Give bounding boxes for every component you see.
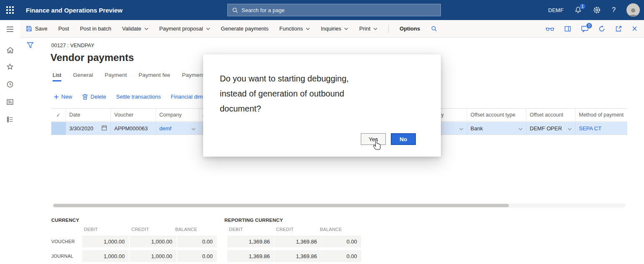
new-button[interactable]: New xyxy=(54,94,72,100)
notifications-button[interactable]: 1 xyxy=(574,6,582,14)
chevron-down-icon[interactable] xyxy=(518,125,523,132)
open-in-new-window-button[interactable] xyxy=(615,25,622,32)
refresh-button[interactable] xyxy=(599,25,605,32)
chevron-down-icon xyxy=(144,28,148,30)
select-all-header[interactable]: ✓ xyxy=(51,109,66,122)
voucher-row-label: VOUCHER xyxy=(51,236,75,247)
tab-payment[interactable]: Payment xyxy=(105,72,127,81)
page-search-input[interactable] xyxy=(242,7,436,13)
cell-date[interactable]: 3/30/2020 xyxy=(66,122,111,135)
app-launcher-button[interactable] xyxy=(0,0,20,20)
cell-company[interactable]: demf xyxy=(156,122,199,135)
tab-general[interactable]: General xyxy=(73,72,93,81)
journal-currency-balance: 0.00 xyxy=(177,250,217,262)
settle-transactions-button[interactable]: Settle transactions xyxy=(116,94,161,100)
col-header-offset-account[interactable]: Offset account xyxy=(526,109,576,122)
nav-menu-button[interactable] xyxy=(0,20,20,38)
cell-voucher[interactable]: APPM000063 xyxy=(111,122,156,135)
chevron-down-icon[interactable] xyxy=(568,125,572,132)
record-id: 00127 : VENDPAY xyxy=(51,43,94,48)
tab-strip: List General Payment Payment fee Payment xyxy=(53,72,204,81)
nav-favorites-button[interactable] xyxy=(0,58,20,75)
search-icon xyxy=(431,25,437,32)
totals-currency-title: CURRENCY xyxy=(51,218,79,223)
nav-home-button[interactable] xyxy=(0,42,20,58)
star-icon xyxy=(6,63,14,71)
close-icon xyxy=(632,26,637,31)
nav-workspaces-button[interactable] xyxy=(0,94,20,110)
close-button[interactable] xyxy=(632,26,637,31)
validate-menu[interactable]: Validate xyxy=(122,25,148,32)
side-panel-icon xyxy=(564,25,571,32)
app-title: Finance and Operations Preview xyxy=(26,7,123,14)
chevron-down-icon xyxy=(344,28,348,30)
generate-payments-button[interactable]: Generate payments xyxy=(221,25,269,32)
functions-menu[interactable]: Functions xyxy=(279,25,310,32)
left-nav-rail xyxy=(0,20,20,264)
yes-button[interactable]: Yes xyxy=(361,133,386,145)
voucher-currency-debit: 1,000.00 xyxy=(82,236,129,247)
action-pane-divider xyxy=(388,25,389,33)
cell-offset-account[interactable]: DEMF OPER xyxy=(526,122,576,135)
nav-recent-button[interactable] xyxy=(0,76,20,93)
cell-offset-account-type[interactable]: Bank xyxy=(467,122,526,135)
calendar-icon[interactable] xyxy=(101,125,107,132)
waffle-icon xyxy=(6,6,14,14)
hamburger-icon xyxy=(6,26,14,32)
message-badge: 0 xyxy=(586,23,592,29)
glasses-button[interactable] xyxy=(546,26,554,31)
company-picker[interactable]: DEMF xyxy=(548,7,564,13)
inquiries-menu[interactable]: Inquiries xyxy=(321,25,348,32)
debug-confirmation-dialog: Do you want to starting debugging, inste… xyxy=(203,54,441,157)
post-button[interactable]: Post xyxy=(58,25,69,32)
totals-reporting-title: REPORTING CURRENCY xyxy=(224,218,283,223)
action-search-button[interactable] xyxy=(431,25,437,32)
tab-payment-fee[interactable]: Payment fee xyxy=(138,72,170,81)
post-in-batch-button[interactable]: Post in batch xyxy=(80,25,111,32)
horizontal-scrollbar-track[interactable] xyxy=(52,203,626,208)
col-header-company[interactable]: Company xyxy=(156,109,199,122)
col-header-method-of-payment[interactable]: Method of payment xyxy=(576,109,627,122)
save-button[interactable]: Save xyxy=(26,25,48,32)
print-menu[interactable]: Print xyxy=(359,25,377,32)
horizontal-scrollbar-thumb[interactable] xyxy=(53,204,509,207)
side-panel-button[interactable] xyxy=(564,25,571,32)
reporting-balance-header: BALANCE xyxy=(320,227,342,232)
currency-debit-header: DEBIT xyxy=(84,227,98,232)
avatar[interactable] xyxy=(626,3,640,17)
options-button[interactable]: Options xyxy=(400,25,420,32)
cell-method-of-payment[interactable]: SEPA CT xyxy=(576,122,627,135)
tab-payment-2[interactable]: Payment xyxy=(182,72,204,81)
chevron-down-icon xyxy=(206,28,210,30)
journal-currency-debit: 1,000.00 xyxy=(82,250,129,262)
delete-button[interactable]: Delete xyxy=(82,94,106,100)
no-button[interactable]: No xyxy=(391,133,416,145)
col-header-voucher[interactable]: Voucher xyxy=(111,109,156,122)
row-select-cell[interactable] xyxy=(51,122,66,135)
help-button[interactable]: ? xyxy=(612,6,616,14)
nav-modules-button[interactable] xyxy=(0,111,20,128)
newspaper-icon xyxy=(6,98,14,106)
chevron-down-icon[interactable] xyxy=(191,125,196,132)
dialog-message: Do you want to starting debugging, inste… xyxy=(220,71,424,116)
col-header-offset-account-type[interactable]: Offset account type xyxy=(467,109,526,122)
page-search-box[interactable] xyxy=(227,4,441,16)
journal-currency-credit: 1,000.00 xyxy=(130,250,176,262)
reporting-debit-header: DEBIT xyxy=(229,227,243,232)
trash-icon xyxy=(82,94,88,100)
chevron-down-icon xyxy=(373,28,377,30)
settings-button[interactable] xyxy=(593,6,601,14)
messages-button[interactable]: 0 xyxy=(581,25,589,32)
action-pane-right-icons: 0 xyxy=(546,25,637,32)
col-header-date[interactable]: Date xyxy=(66,109,111,122)
voucher-currency-credit: 1,000.00 xyxy=(130,236,176,247)
tab-list[interactable]: List xyxy=(53,72,61,81)
payment-proposal-menu[interactable]: Payment proposal xyxy=(159,25,210,32)
journal-reporting-debit: 1,369.86 xyxy=(227,250,274,262)
chevron-down-icon[interactable] xyxy=(459,125,463,132)
notification-badge: 1 xyxy=(579,3,586,10)
action-pane: Save Post Post in batch Validate Payment… xyxy=(0,20,644,38)
filter-button[interactable] xyxy=(27,42,34,50)
top-header-bar: Finance and Operations Preview DEMF 1 xyxy=(0,0,644,20)
chevron-down-icon xyxy=(306,28,310,30)
